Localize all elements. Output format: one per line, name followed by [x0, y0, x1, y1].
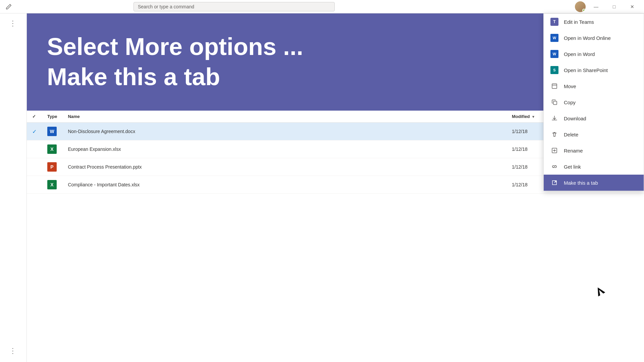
sharepoint-icon: S: [550, 66, 558, 74]
rename-icon: [550, 146, 558, 155]
sidebar-more-options-top[interactable]: ···: [9, 16, 17, 32]
sort-icon: ▾: [532, 115, 534, 119]
search-text: Search or type a command: [138, 4, 194, 9]
word-menu-icon: W: [550, 34, 558, 42]
row-type: X: [42, 176, 62, 194]
menu-item-label: Delete: [564, 132, 578, 137]
menu-item-make-tab[interactable]: Make this a tab: [544, 175, 644, 191]
word-icon: W: [47, 127, 57, 136]
word-menu-icon: W: [550, 50, 558, 58]
title-bar: Search or type a command — □ ✕: [0, 0, 644, 13]
menu-item-label: Get link: [564, 164, 581, 170]
menu-item-open-word-online[interactable]: WOpen in Word Online: [544, 30, 644, 46]
menu-item-label: Edit in Teams: [564, 19, 594, 25]
edit-icon[interactable]: [4, 2, 13, 11]
tab-icon: [550, 179, 558, 187]
menu-item-label: Open in Word: [564, 51, 595, 57]
menu-item-open-sharepoint[interactable]: SOpen in SharePoint: [544, 62, 644, 78]
sidebar: ··· ···: [0, 13, 27, 362]
menu-item-move[interactable]: Move: [544, 78, 644, 94]
excel-icon: X: [47, 180, 57, 189]
window-controls: — □ ✕: [575, 1, 640, 12]
menu-item-get-link[interactable]: Get link: [544, 159, 644, 175]
svg-rect-0: [552, 84, 557, 88]
link-icon: [550, 163, 558, 171]
menu-item-copy[interactable]: Copy: [544, 94, 644, 110]
row-check[interactable]: [27, 176, 42, 194]
row-check[interactable]: [27, 140, 42, 158]
row-check[interactable]: [27, 158, 42, 176]
menu-item-label: Rename: [564, 148, 583, 154]
menu-item-edit-in-teams[interactable]: TEdit in Teams: [544, 14, 644, 30]
close-button[interactable]: ✕: [625, 1, 640, 12]
hero-text-line2: Make this a tab: [47, 63, 624, 90]
col-check: ✓: [27, 111, 42, 123]
hero-text-line1: Select More options ...: [47, 34, 624, 60]
row-name[interactable]: European Expansion.xlsx: [62, 140, 506, 158]
col-name[interactable]: Name: [62, 111, 506, 123]
menu-item-label: Make this a tab: [564, 180, 598, 186]
row-name[interactable]: Compliance - Important Dates.xlsx: [62, 176, 506, 194]
modified-label: Modified: [512, 114, 530, 119]
excel-icon: X: [47, 144, 57, 154]
menu-item-label: Open in Word Online: [564, 35, 611, 41]
row-type: X: [42, 140, 62, 158]
menu-item-rename[interactable]: Rename: [544, 142, 644, 159]
menu-item-download[interactable]: Download: [544, 110, 644, 126]
menu-item-label: Download: [564, 116, 586, 121]
status-dot: [582, 9, 586, 12]
menu-item-label: Move: [564, 83, 576, 89]
row-type: W: [42, 123, 62, 140]
col-type: Type: [42, 111, 62, 123]
move-icon: [550, 82, 558, 90]
download-icon: [550, 114, 558, 122]
menu-item-label: Open in SharePoint: [564, 67, 608, 73]
menu-item-delete[interactable]: Delete: [544, 126, 644, 142]
ppt-icon: P: [47, 162, 57, 172]
menu-item-open-word[interactable]: WOpen in Word: [544, 46, 644, 62]
avatar[interactable]: [575, 1, 586, 12]
delete-icon: [550, 130, 558, 138]
check-mark: ✓: [32, 129, 37, 134]
context-menu: TEdit in TeamsWOpen in Word OnlineWOpen …: [543, 13, 644, 191]
svg-rect-1: [553, 101, 557, 105]
maximize-button[interactable]: □: [606, 1, 622, 12]
sidebar-more-options-bottom[interactable]: ···: [9, 344, 17, 359]
row-check[interactable]: ✓: [27, 123, 42, 140]
row-name[interactable]: Non-Disclosure Agreement.docx: [62, 123, 506, 140]
copy-icon: [550, 98, 558, 106]
row-name[interactable]: Contract Process Presentation.pptx: [62, 158, 506, 176]
minimize-button[interactable]: —: [588, 1, 604, 12]
menu-item-label: Copy: [564, 100, 576, 105]
search-bar[interactable]: Search or type a command: [133, 2, 335, 11]
row-type: P: [42, 158, 62, 176]
teams-icon: T: [550, 18, 558, 26]
